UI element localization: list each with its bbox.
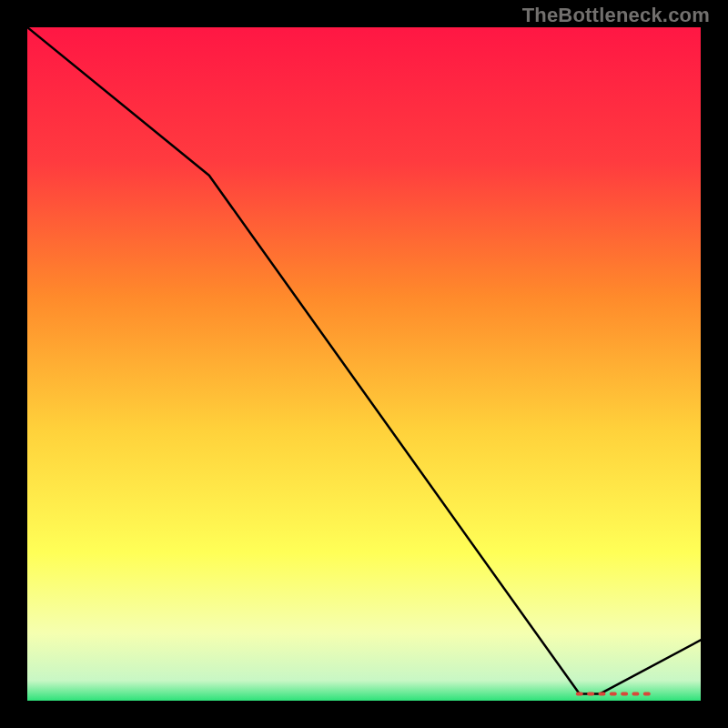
trough-marker <box>576 693 583 696</box>
trough-marker <box>598 693 605 696</box>
chart-svg <box>27 27 701 701</box>
watermark-text: TheBottleneck.com <box>522 4 710 27</box>
trough-marker <box>587 693 594 696</box>
trough-marker <box>632 693 639 696</box>
trough-marker <box>643 693 651 696</box>
trough-marker <box>621 693 628 696</box>
gradient-background <box>27 27 701 701</box>
trough-marker <box>610 693 617 696</box>
chart-frame: TheBottleneck.com <box>0 0 728 728</box>
plot-area <box>27 27 701 701</box>
